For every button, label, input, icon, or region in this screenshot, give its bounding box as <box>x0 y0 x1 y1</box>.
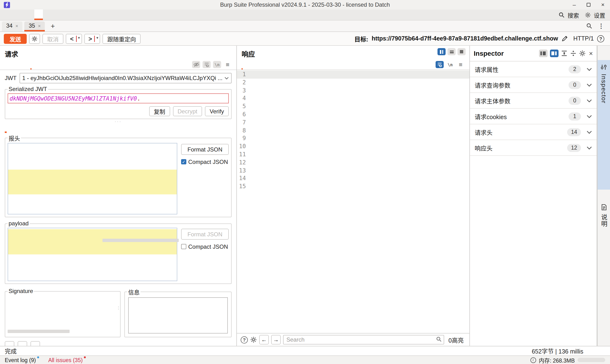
signature-hscrollbar[interactable] <box>8 330 70 333</box>
minimize-button[interactable]: – <box>567 0 581 10</box>
inspector-section[interactable]: 响应头 12 <box>470 140 597 156</box>
follow-redirect-button[interactable]: 跟随重定向 <box>103 34 141 44</box>
word-wrap-icon[interactable] <box>436 61 444 68</box>
forward-dropdown-icon[interactable]: ▾ <box>94 36 98 42</box>
inspector-settings-icon[interactable] <box>579 50 586 57</box>
format-json-button[interactable]: Format JSON <box>181 144 229 155</box>
inspector-right-layout-icon[interactable] <box>550 50 558 57</box>
jwt-payload-editor[interactable] <box>8 228 177 281</box>
nav-tab[interactable] <box>86 10 94 20</box>
close-button[interactable]: × <box>596 0 610 10</box>
history-forward-button[interactable]: > ▾ <box>84 34 100 44</box>
inspector-left-layout-icon[interactable] <box>539 50 547 57</box>
back-dropdown-icon[interactable]: ▾ <box>76 36 79 42</box>
help-icon[interactable]: ? <box>597 35 604 42</box>
maximize-button[interactable] <box>581 0 596 10</box>
jwt-header-editor[interactable] <box>8 143 177 214</box>
cancel-button[interactable]: 取消 <box>42 34 63 44</box>
jwt-select[interactable]: 1 - eyJhbGciOiJub25lIiwidHlwIjoiand0In0.… <box>19 73 232 83</box>
format-json-button[interactable]: Format JSON <box>181 229 229 240</box>
search-icon[interactable] <box>558 11 566 18</box>
more-options-icon[interactable]: ⋮ <box>598 22 604 29</box>
side-tab-notes[interactable]: 说明 <box>597 200 610 271</box>
jwt-action-button[interactable] <box>5 341 14 346</box>
nav-tab[interactable] <box>52 10 60 20</box>
next-match-button[interactable]: → <box>271 335 281 344</box>
send-settings-button[interactable] <box>29 34 40 44</box>
search-input[interactable] <box>283 335 444 344</box>
nav-tab[interactable] <box>103 10 112 20</box>
nav-tab[interactable] <box>77 10 86 20</box>
request-view-tab[interactable] <box>5 66 6 70</box>
inspector-section[interactable]: 请求查询参数 0 <box>470 77 597 93</box>
nav-tab[interactable] <box>60 10 69 20</box>
jws-tab[interactable] <box>13 130 15 133</box>
nav-tab[interactable] <box>9 10 17 20</box>
nav-tab[interactable] <box>17 10 26 20</box>
search-label[interactable]: 搜索 <box>568 11 579 19</box>
prev-match-button[interactable]: ← <box>259 335 269 344</box>
pause-updates-icon[interactable] <box>438 48 446 55</box>
search-settings-icon[interactable] <box>250 336 257 343</box>
signature-box[interactable] <box>8 295 118 334</box>
gear-icon[interactable] <box>584 11 592 18</box>
request-view-tab[interactable] <box>22 66 23 70</box>
response-editor[interactable]: 1 2 3 4 5 6 <box>237 70 469 333</box>
single-pane-layout-icon[interactable] <box>457 48 466 55</box>
inspector-section[interactable]: 请求主体参数 0 <box>470 93 597 109</box>
settings-label[interactable]: 设置 <box>594 11 605 19</box>
nav-tab[interactable] <box>69 10 77 20</box>
word-wrap-icon[interactable] <box>203 61 211 68</box>
inspector-close-icon[interactable]: × <box>588 50 593 57</box>
nav-tab[interactable] <box>34 10 43 20</box>
tab-close-icon[interactable]: × <box>38 23 41 28</box>
collapse-all-icon[interactable] <box>570 50 577 57</box>
show-newlines-icon[interactable]: \n <box>213 61 221 68</box>
request-view-tab[interactable] <box>30 66 31 70</box>
inspector-section[interactable]: 请求cookies 1 <box>470 109 597 124</box>
nav-tab[interactable] <box>0 10 9 20</box>
info-icon[interactable]: i <box>530 357 536 363</box>
side-tab-inspector[interactable]: Inspector <box>597 60 610 190</box>
tab-close-icon[interactable]: × <box>15 23 18 28</box>
verify-button[interactable]: Verify <box>205 106 229 116</box>
serialized-jwt-input[interactable]: dkNDNjMGQwODE3NGU5N2EyMWJlZTA1NjkifV0. <box>8 93 229 104</box>
vertical-splitter[interactable]: ··· <box>118 306 121 310</box>
request-view-tab[interactable] <box>13 66 14 70</box>
nav-tab[interactable] <box>26 10 34 20</box>
search-icon[interactable] <box>436 336 442 342</box>
response-view-tab[interactable] <box>259 66 260 70</box>
response-view-tab[interactable] <box>250 66 251 70</box>
horizontal-layout-icon[interactable] <box>447 48 455 55</box>
nav-tab[interactable] <box>43 10 52 20</box>
nav-tab[interactable] <box>94 10 103 20</box>
edit-target-icon[interactable] <box>561 35 568 42</box>
session-tab[interactable]: 34 × <box>2 21 22 31</box>
search-help-icon[interactable]: ? <box>241 336 248 343</box>
jwt-action-button[interactable] <box>18 341 27 346</box>
history-back-button[interactable]: < ▾ <box>66 34 82 44</box>
jwt-action-button[interactable] <box>30 341 40 346</box>
editor-menu-icon[interactable]: ≡ <box>456 61 465 68</box>
compact-json-checkbox[interactable] <box>181 244 186 249</box>
decrypt-button[interactable]: Decrypt <box>173 106 202 116</box>
search-icon[interactable] <box>586 23 592 29</box>
jws-tab[interactable] <box>5 130 7 133</box>
all-issues-link[interactable]: All issues (35) <box>48 357 82 363</box>
event-log-link[interactable]: Event log (9) <box>5 357 36 363</box>
editor-menu-icon[interactable]: ≡ <box>223 61 232 68</box>
show-newlines-icon[interactable]: \n <box>446 61 454 68</box>
info-box[interactable] <box>128 297 228 334</box>
add-tab-button[interactable]: + <box>47 22 59 30</box>
compact-json-checkbox[interactable]: ✓ <box>181 159 186 164</box>
copy-button[interactable]: 复制 <box>149 106 170 116</box>
expand-all-icon[interactable] <box>561 50 568 57</box>
send-button[interactable]: 发送 <box>4 34 27 44</box>
payload-hscrollbar[interactable] <box>103 239 179 242</box>
response-view-tab[interactable] <box>242 66 243 70</box>
inspector-section[interactable]: 请求头 14 <box>470 124 597 140</box>
horizontal-splitter[interactable]: ··· <box>0 119 236 123</box>
http-version-selector[interactable]: HTTP/1 <box>573 35 594 42</box>
session-tab[interactable]: 35 × <box>24 21 45 31</box>
inspector-section[interactable]: 请求属性 2 <box>470 62 597 77</box>
